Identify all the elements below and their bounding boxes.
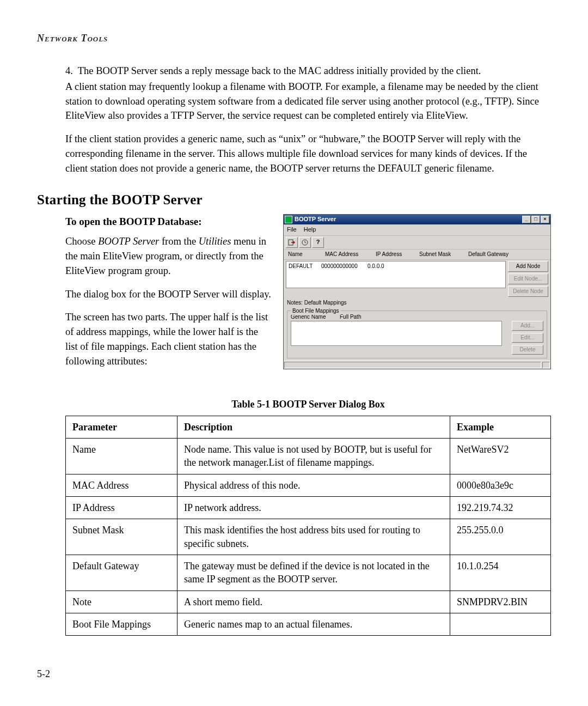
table-cell: Subnet Mask [66,519,177,555]
running-header: Network Tools [37,33,551,44]
th-parameter: Parameter [66,416,177,438]
dialog-titlebar[interactable]: BOOTP Server _ □ × [284,215,550,224]
left-p3: The screen has two parts. The upper half… [65,310,272,368]
table-row: IP AddressIP network address.192.219.74.… [66,497,551,519]
paragraph-1: A client station may frequently lookup a… [65,80,551,123]
table-cell: NetWareSV2 [450,439,551,474]
node-buttons: Add Node Edit Node... Delete Node [508,260,550,298]
mapping-add-button[interactable]: Add... [512,321,543,331]
step-4: 4. The BOOTP Server sends a reply messag… [65,64,551,78]
col-mac[interactable]: MAC Address [323,251,373,259]
table-row[interactable]: DEFAULT 000000000000 0.0.0.0 [289,263,503,271]
table-cell: IP Address [66,497,177,519]
left-p1: Choose BOOTP Server from the Utilities m… [65,234,272,278]
boot-file-mappings-group: Boot File Mappings Generic Name Full Pat… [287,311,547,359]
table-cell: 192.219.74.32 [450,497,551,519]
menu-help[interactable]: Help [304,226,316,233]
left-p2: The dialog box for the BOOTP Server will… [65,287,272,302]
table-cell: Note [66,591,177,613]
dialog-toolbar: ? [284,235,550,249]
table-cell: Default Gateway [66,555,177,591]
table-cell: 255.255.0.0 [450,519,551,555]
minimize-button[interactable]: _ [522,216,531,223]
table-cell: Boot File Mappings [66,613,177,635]
toolbar-clock-icon[interactable] [299,237,311,248]
mapping-list[interactable] [291,321,502,346]
parameters-table: Parameter Description Example NameNode n… [65,416,551,636]
table-row: NameNode name. This value is not used by… [66,439,551,474]
groupbox-title: Boot File Mappings [291,307,341,315]
col-full-path: Full Path [340,313,361,321]
table-row: Boot File MappingsGeneric names map to a… [66,613,551,635]
table-cell: Generic names map to an actual filenames… [177,613,450,635]
th-example: Example [450,416,551,438]
table-row: Default GatewayThe gateway must be defin… [66,555,551,591]
app-icon [285,216,292,223]
status-bar [284,361,550,369]
toolbar-exit-icon[interactable] [286,237,298,248]
col-name[interactable]: Name [286,251,323,259]
table-cell: Name [66,439,177,474]
dialog-menubar: File Help [284,224,550,235]
mapping-buttons: Add... Edit... Delete [512,321,543,355]
col-subnet[interactable]: Subnet Mask [417,251,466,259]
table-cell: IP network address. [177,497,450,519]
dialog-title: BOOTP Server [295,215,336,224]
document-page: Network Tools 4. The BOOTP Server sends … [0,0,588,702]
col-gateway[interactable]: Default Gateway [466,251,548,259]
mapping-delete-button[interactable]: Delete [512,345,543,355]
col-ip[interactable]: IP Address [373,251,417,259]
table-row: MAC AddressPhysical address of this node… [66,474,551,496]
mapping-edit-button[interactable]: Edit... [512,333,543,343]
bootp-server-dialog: BOOTP Server _ □ × File Help [283,214,551,369]
table-row: Subnet MaskThis mask identifies the host… [66,519,551,555]
table-cell: 10.1.0.254 [450,555,551,591]
edit-node-button[interactable]: Edit Node... [508,273,548,284]
toolbar-help-icon[interactable]: ? [312,237,324,248]
table-cell: A short memo field. [177,591,450,613]
left-column: To open the BOOTP Database: Choose BOOTP… [65,214,272,378]
paragraph-2: If the client station provides a generic… [65,132,551,175]
add-node-button[interactable]: Add Node [508,261,548,272]
menu-file[interactable]: File [287,226,297,233]
table-row: NoteA short memo field.SNMPDRV2.BIN [66,591,551,613]
node-list[interactable]: DEFAULT 000000000000 0.0.0.0 [286,261,506,288]
maximize-button[interactable]: □ [531,216,540,223]
table-cell: This mask identifies the host address bi… [177,519,450,555]
table-cell: Node name. This value is not used by BOO… [177,439,450,474]
table-cell: MAC Address [66,474,177,496]
section-heading: Starting the BOOTP Server [37,192,551,208]
table-cell: The gateway must be defined if the devic… [177,555,450,591]
close-button[interactable]: × [541,216,549,223]
step-4-text: The BOOTP Server sends a reply message b… [78,65,481,76]
column-headers: Name MAC Address IP Address Subnet Mask … [284,249,550,260]
table-cell: 0000e80a3e9c [450,474,551,496]
page-number: 5-2 [37,668,551,680]
table-header-row: Parameter Description Example [66,416,551,438]
section-body: To open the BOOTP Database: Choose BOOTP… [65,214,551,636]
th-description: Description [177,416,450,438]
body-text: 4. The BOOTP Server sends a reply messag… [65,64,551,176]
table-cell: Physical address of this node. [177,474,450,496]
table-cell: SNMPDRV2.BIN [450,591,551,613]
table-cell [450,613,551,635]
subheading: To open the BOOTP Database: [65,214,272,229]
delete-node-button[interactable]: Delete Node [508,286,548,297]
table-caption: Table 5-1 BOOTP Server Dialog Box [65,397,551,411]
